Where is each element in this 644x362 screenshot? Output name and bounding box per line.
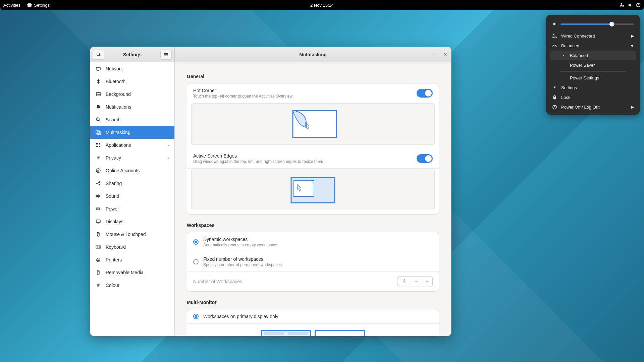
power-icon [636,3,641,7]
card-workspaces: Dynamic workspaces Automatically removes… [187,232,439,292]
sidebar-item-mouse-touchpad[interactable]: Mouse & Touchpad [90,228,174,241]
sidebar-item-label: Privacy [106,155,121,161]
network-icon [96,66,101,71]
keyboard-icon [96,244,101,250]
svg-line-16 [99,55,101,56]
search-button[interactable] [93,50,104,60]
system-status-area[interactable] [620,3,641,7]
menu-profile-balanced[interactable]: • Balanced [550,51,636,60]
accounts-icon: @ [96,168,101,173]
decrement-button[interactable]: − [411,277,422,287]
lock-icon [552,95,557,100]
sidebar-item-label: Notifications [106,104,131,110]
sidebar-item-notifications[interactable]: Notifications [90,101,174,113]
menu-power-profile[interactable]: Balanced▼ [550,41,636,51]
sidebar-item-label: Displays [106,219,123,224]
multitask-icon [96,130,101,135]
bell-icon [96,104,101,110]
sidebar-item-applications[interactable]: Applications› [90,139,174,152]
sidebar-item-printers[interactable]: Printers [90,253,174,266]
svg-rect-12 [553,97,556,100]
sidebar-item-label: Keyboard [106,244,126,250]
power-icon [552,105,557,110]
svg-rect-48 [97,258,99,259]
sidebar-item-colour[interactable]: Colour [90,279,174,292]
sidebar-item-online-accounts[interactable]: @Online Accounts [90,164,174,177]
row-primary-only[interactable]: Workspaces on primary display only [187,309,439,324]
menu-settings[interactable]: Settings [550,83,636,93]
sidebar-item-power[interactable]: Power [90,202,174,215]
sharing-icon [96,181,101,186]
group-general: General [187,74,439,79]
menu-button[interactable] [160,50,172,60]
volume-row [550,20,636,31]
svg-point-23 [96,118,99,121]
sidebar-item-label: Mouse & Touchpad [106,232,146,237]
sidebar-item-label: Multitasking [106,130,130,135]
sidebar-item-network[interactable]: Network [90,62,174,75]
sidebar-item-sound[interactable]: Sound [90,190,174,202]
sidebar-item-label: Background [106,92,131,97]
sidebar-item-background[interactable]: Background [90,88,174,101]
removable-icon [96,270,101,275]
bluetooth-icon [96,79,101,84]
network-icon [620,3,625,7]
menu-power-settings[interactable]: Power Settings [550,73,636,83]
displays-icon [96,219,101,224]
radio-primary-only[interactable] [193,314,199,319]
sidebar-item-bluetooth[interactable]: Bluetooth [90,75,174,88]
svg-rect-44 [96,246,101,248]
menu-lock[interactable]: Lock [550,93,636,102]
menu-power-off[interactable]: Power Off / Log Out▶ [550,102,636,112]
volume-icon [552,21,557,26]
workspaces-value: 4 [397,277,411,287]
svg-point-15 [97,53,100,55]
sound-icon [96,193,101,199]
svg-rect-20 [96,67,100,70]
illustration-multi-monitor [187,324,439,336]
sidebar-item-search[interactable]: Search [90,113,174,126]
svg-rect-0 [621,3,622,4]
chevron-right-icon: › [168,156,169,161]
svg-rect-30 [99,146,100,147]
switch-hot-corner[interactable] [417,89,433,98]
radio-dynamic[interactable] [193,239,199,245]
sidebar-item-sharing[interactable]: Sharing [90,177,174,190]
sidebar-item-multitasking[interactable]: Multitasking [90,126,174,139]
privacy-icon [96,155,101,161]
svg-rect-2 [622,6,623,7]
close-button[interactable]: ✕ [442,51,448,58]
activities-button[interactable]: Activities [3,3,20,8]
system-menu-popover: Wired Connected▶ Balanced▼ • Balanced Po… [546,15,640,115]
card-general: Hot Corner Touch the top-left corner to … [187,83,439,215]
sidebar-title: Settings [106,52,158,57]
gear-icon [27,3,32,7]
workspaces-spinbutton: 4 − + [397,276,433,287]
svg-line-37 [98,184,99,184]
sidebar-item-privacy[interactable]: Privacy› [90,152,174,164]
menu-wired-connected[interactable]: Wired Connected▶ [550,31,636,41]
menu-profile-power-saver[interactable]: Power Saver [550,60,636,70]
clock[interactable]: 2 Nov 15:24 [310,3,334,8]
sidebar-item-keyboard[interactable]: Keyboard [90,241,174,253]
row-fixed-workspaces[interactable]: Fixed number of workspaces Specify a num… [187,252,439,272]
svg-point-35 [99,184,100,185]
increment-button[interactable]: + [422,277,432,287]
switch-active-edges[interactable] [417,154,433,163]
gear-icon [552,85,557,90]
app-menu[interactable]: Settings [27,3,50,8]
printers-icon [96,257,101,262]
sidebar-item-removable-media[interactable]: Removable Media [90,266,174,279]
sidebar-item-displays[interactable]: Displays [90,215,174,228]
top-bar: Activities Settings 2 Nov 15:24 [0,0,644,10]
sidebar-item-label: Printers [106,257,122,262]
headerbar: Settings Multitasking — ✕ [90,47,451,62]
volume-slider[interactable] [560,23,634,25]
svg-rect-6 [553,34,554,35]
row-dynamic-workspaces[interactable]: Dynamic workspaces Automatically removes… [187,232,439,252]
settings-window: Settings Multitasking — ✕ NetworkBluetoo… [90,47,451,336]
radio-fixed[interactable] [193,259,199,264]
group-workspaces: Workspaces [187,223,439,228]
svg-line-24 [99,120,100,122]
minimize-button[interactable]: — [430,51,437,58]
